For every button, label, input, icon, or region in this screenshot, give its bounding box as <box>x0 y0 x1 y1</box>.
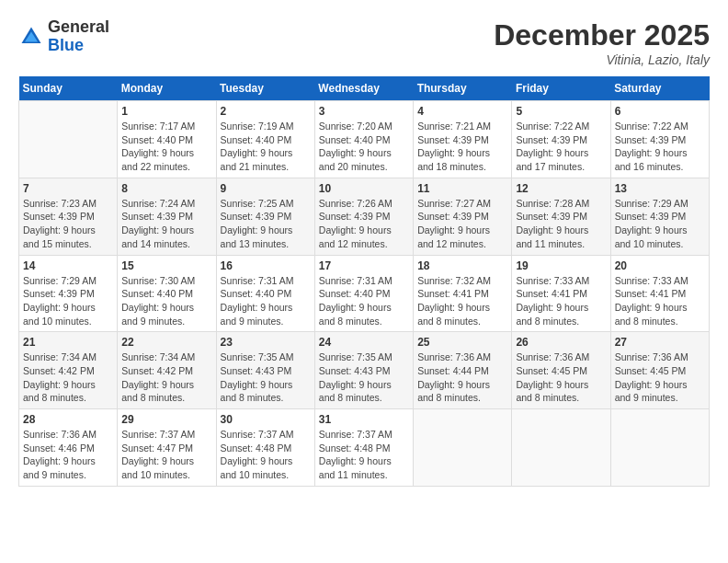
day-cell: 8Sunrise: 7:24 AM Sunset: 4:39 PM Daylig… <box>118 178 216 255</box>
day-cell: 1Sunrise: 7:17 AM Sunset: 4:40 PM Daylig… <box>118 101 216 178</box>
day-cell: 17Sunrise: 7:31 AM Sunset: 4:40 PM Dayli… <box>314 255 413 332</box>
day-info: Sunrise: 7:35 AM Sunset: 4:43 PM Dayligh… <box>221 350 311 405</box>
day-number: 5 <box>516 105 606 118</box>
day-info: Sunrise: 7:36 AM Sunset: 4:46 PM Dayligh… <box>23 428 113 482</box>
day-info: Sunrise: 7:28 AM Sunset: 4:39 PM Dayligh… <box>516 197 606 251</box>
day-cell: 23Sunrise: 7:35 AM Sunset: 4:43 PM Dayli… <box>216 332 314 409</box>
day-info: Sunrise: 7:22 AM Sunset: 4:39 PM Dayligh… <box>615 120 705 174</box>
day-number: 26 <box>516 336 606 349</box>
day-cell: 26Sunrise: 7:36 AM Sunset: 4:45 PM Dayli… <box>512 332 610 409</box>
day-cell: 7Sunrise: 7:23 AM Sunset: 4:39 PM Daylig… <box>19 178 118 255</box>
day-cell: 4Sunrise: 7:21 AM Sunset: 4:39 PM Daylig… <box>414 101 512 178</box>
day-number: 24 <box>319 336 409 349</box>
day-cell <box>19 101 118 178</box>
day-info: Sunrise: 7:35 AM Sunset: 4:43 PM Dayligh… <box>319 350 409 405</box>
day-header-friday: Friday <box>512 76 610 101</box>
day-number: 10 <box>319 182 409 195</box>
day-cell: 14Sunrise: 7:29 AM Sunset: 4:39 PM Dayli… <box>19 255 118 332</box>
day-number: 20 <box>615 259 705 272</box>
logo-icon <box>18 24 44 50</box>
day-info: Sunrise: 7:37 AM Sunset: 4:47 PM Dayligh… <box>121 428 211 482</box>
logo-general-text: General <box>48 18 109 37</box>
day-info: Sunrise: 7:33 AM Sunset: 4:41 PM Dayligh… <box>615 274 705 328</box>
day-info: Sunrise: 7:22 AM Sunset: 4:39 PM Dayligh… <box>516 120 606 174</box>
day-number: 19 <box>516 259 606 272</box>
day-info: Sunrise: 7:17 AM Sunset: 4:40 PM Dayligh… <box>121 120 211 174</box>
day-number: 25 <box>417 336 507 349</box>
day-info: Sunrise: 7:29 AM Sunset: 4:39 PM Dayligh… <box>615 197 705 251</box>
days-of-week-row: SundayMondayTuesdayWednesdayThursdayFrid… <box>19 76 710 101</box>
week-row-4: 21Sunrise: 7:34 AM Sunset: 4:42 PM Dayli… <box>19 332 710 409</box>
day-info: Sunrise: 7:19 AM Sunset: 4:40 PM Dayligh… <box>221 120 311 174</box>
day-number: 23 <box>221 336 311 349</box>
day-number: 16 <box>221 259 311 272</box>
day-header-monday: Monday <box>118 76 216 101</box>
day-header-tuesday: Tuesday <box>216 76 314 101</box>
day-number: 12 <box>516 182 606 195</box>
day-info: Sunrise: 7:34 AM Sunset: 4:42 PM Dayligh… <box>23 350 113 405</box>
week-row-1: 1Sunrise: 7:17 AM Sunset: 4:40 PM Daylig… <box>19 101 710 178</box>
day-cell: 24Sunrise: 7:35 AM Sunset: 4:43 PM Dayli… <box>314 332 413 409</box>
day-cell: 31Sunrise: 7:37 AM Sunset: 4:48 PM Dayli… <box>314 409 413 487</box>
day-cell: 12Sunrise: 7:28 AM Sunset: 4:39 PM Dayli… <box>512 178 610 255</box>
day-info: Sunrise: 7:21 AM Sunset: 4:39 PM Dayligh… <box>417 120 507 174</box>
day-header-saturday: Saturday <box>610 76 709 101</box>
logo-blue-text: Blue <box>48 37 109 55</box>
month-title: December 2025 <box>494 18 710 52</box>
day-info: Sunrise: 7:33 AM Sunset: 4:41 PM Dayligh… <box>516 274 606 328</box>
page-header: General Blue December 2025 Vitinia, Lazi… <box>18 18 710 67</box>
day-number: 17 <box>319 259 409 272</box>
day-number: 13 <box>615 182 705 195</box>
day-header-wednesday: Wednesday <box>314 76 413 101</box>
title-block: December 2025 Vitinia, Lazio, Italy <box>494 18 710 67</box>
calendar-header: SundayMondayTuesdayWednesdayThursdayFrid… <box>19 76 710 101</box>
day-info: Sunrise: 7:27 AM Sunset: 4:39 PM Dayligh… <box>417 197 507 251</box>
day-info: Sunrise: 7:30 AM Sunset: 4:40 PM Dayligh… <box>121 274 211 328</box>
day-cell: 13Sunrise: 7:29 AM Sunset: 4:39 PM Dayli… <box>610 178 709 255</box>
day-cell: 18Sunrise: 7:32 AM Sunset: 4:41 PM Dayli… <box>414 255 512 332</box>
day-number: 8 <box>121 182 211 195</box>
day-cell: 29Sunrise: 7:37 AM Sunset: 4:47 PM Dayli… <box>118 409 216 487</box>
day-cell: 3Sunrise: 7:20 AM Sunset: 4:40 PM Daylig… <box>314 101 413 178</box>
day-cell <box>610 409 709 487</box>
day-cell: 19Sunrise: 7:33 AM Sunset: 4:41 PM Dayli… <box>512 255 610 332</box>
day-info: Sunrise: 7:31 AM Sunset: 4:40 PM Dayligh… <box>319 274 409 328</box>
day-number: 28 <box>23 413 113 426</box>
day-info: Sunrise: 7:36 AM Sunset: 4:45 PM Dayligh… <box>516 350 606 405</box>
day-cell: 11Sunrise: 7:27 AM Sunset: 4:39 PM Dayli… <box>414 178 512 255</box>
day-info: Sunrise: 7:26 AM Sunset: 4:39 PM Dayligh… <box>319 197 409 251</box>
day-number: 1 <box>121 105 211 118</box>
location: Vitinia, Lazio, Italy <box>494 52 710 67</box>
day-cell <box>414 409 512 487</box>
day-info: Sunrise: 7:36 AM Sunset: 4:45 PM Dayligh… <box>615 350 705 405</box>
day-cell: 5Sunrise: 7:22 AM Sunset: 4:39 PM Daylig… <box>512 101 610 178</box>
calendar-body: 1Sunrise: 7:17 AM Sunset: 4:40 PM Daylig… <box>19 101 710 487</box>
day-cell: 30Sunrise: 7:37 AM Sunset: 4:48 PM Dayli… <box>216 409 314 487</box>
logo: General Blue <box>18 18 109 55</box>
day-cell: 9Sunrise: 7:25 AM Sunset: 4:39 PM Daylig… <box>216 178 314 255</box>
day-number: 29 <box>121 413 211 426</box>
day-cell: 22Sunrise: 7:34 AM Sunset: 4:42 PM Dayli… <box>118 332 216 409</box>
day-info: Sunrise: 7:36 AM Sunset: 4:44 PM Dayligh… <box>417 350 507 405</box>
day-number: 6 <box>615 105 705 118</box>
day-header-thursday: Thursday <box>414 76 512 101</box>
day-info: Sunrise: 7:32 AM Sunset: 4:41 PM Dayligh… <box>417 274 507 328</box>
day-header-sunday: Sunday <box>19 76 118 101</box>
day-cell: 15Sunrise: 7:30 AM Sunset: 4:40 PM Dayli… <box>118 255 216 332</box>
day-info: Sunrise: 7:34 AM Sunset: 4:42 PM Dayligh… <box>121 350 211 405</box>
day-cell: 2Sunrise: 7:19 AM Sunset: 4:40 PM Daylig… <box>216 101 314 178</box>
day-number: 27 <box>615 336 705 349</box>
day-cell: 28Sunrise: 7:36 AM Sunset: 4:46 PM Dayli… <box>19 409 118 487</box>
day-info: Sunrise: 7:23 AM Sunset: 4:39 PM Dayligh… <box>23 197 113 251</box>
day-number: 7 <box>23 182 113 195</box>
day-number: 3 <box>319 105 409 118</box>
logo-text: General Blue <box>48 18 109 55</box>
day-info: Sunrise: 7:37 AM Sunset: 4:48 PM Dayligh… <box>221 428 311 482</box>
day-cell: 27Sunrise: 7:36 AM Sunset: 4:45 PM Dayli… <box>610 332 709 409</box>
day-number: 30 <box>221 413 311 426</box>
day-cell: 21Sunrise: 7:34 AM Sunset: 4:42 PM Dayli… <box>19 332 118 409</box>
day-cell: 25Sunrise: 7:36 AM Sunset: 4:44 PM Dayli… <box>414 332 512 409</box>
calendar-table: SundayMondayTuesdayWednesdayThursdayFrid… <box>18 76 710 487</box>
day-info: Sunrise: 7:31 AM Sunset: 4:40 PM Dayligh… <box>221 274 311 328</box>
day-info: Sunrise: 7:29 AM Sunset: 4:39 PM Dayligh… <box>23 274 113 328</box>
